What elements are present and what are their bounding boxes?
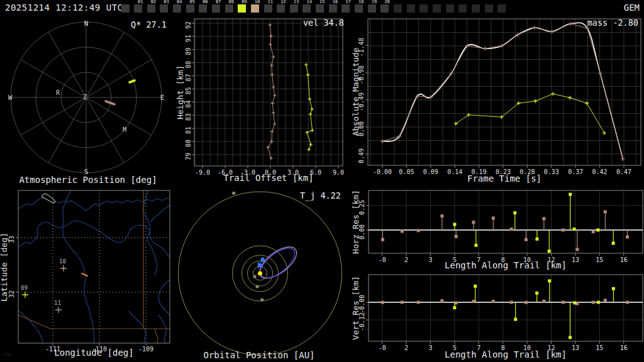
watermark: rjw <box>3 352 11 357</box>
frame-thumb-17[interactable] <box>341 4 350 13</box>
svg-text:32: 32 <box>8 290 15 298</box>
frame-thumb-11[interactable] <box>264 4 272 13</box>
frame-label-06: 06 <box>203 0 208 4</box>
length-title-1: Length Along Trail [km] <box>369 260 643 270</box>
frame-thumb-13[interactable] <box>290 4 298 13</box>
svg-text:89: 89 <box>185 48 192 55</box>
frame-thumb-extra[interactable] <box>472 4 480 13</box>
svg-text:N: N <box>84 19 89 28</box>
frame-thumb-05[interactable] <box>186 4 194 13</box>
svg-text:88: 88 <box>185 61 192 69</box>
frame-thumb-06[interactable] <box>199 4 207 13</box>
shower-code-badge: GEM <box>624 3 640 13</box>
frame-thumb-extra[interactable] <box>433 4 441 13</box>
svg-text:80: 80 <box>185 140 192 147</box>
frame-thumb-extra[interactable] <box>497 4 506 13</box>
frame-label-09: 09 <box>242 0 247 4</box>
q-stat: Q* 27.1 <box>94 19 167 30</box>
frame-thumb-extra[interactable] <box>394 4 402 13</box>
frame-thumb-01[interactable] <box>134 4 142 13</box>
svg-text:11: 11 <box>54 300 61 306</box>
frame-thumb-14[interactable] <box>303 4 311 13</box>
frame-strip: 0102030405060708091011121314151617181920 <box>0 0 644 16</box>
trail-offset-title: Trail Offset [km] <box>193 173 344 183</box>
svg-text:09: 09 <box>21 285 28 291</box>
frame-thumb-pre[interactable] <box>121 4 130 13</box>
frame-label-11: 11 <box>268 0 273 4</box>
frame-time-title: Frame Time [s] <box>368 173 641 184</box>
frame-label-03: 03 <box>164 0 169 4</box>
frame-label-17: 17 <box>345 0 350 4</box>
svg-text:W: W <box>8 94 13 102</box>
svg-text:0.49: 0.49 <box>358 148 365 163</box>
frame-thumb-07[interactable] <box>212 4 220 13</box>
frame-thumb-20[interactable] <box>380 4 389 13</box>
svg-text:E: E <box>160 94 165 102</box>
orbital-panel: T_j 4.22 Orbital Position [AU] <box>176 185 352 362</box>
frame-label-10: 10 <box>255 0 260 4</box>
frame-thumb-03[interactable] <box>160 4 168 13</box>
frame-label-05: 05 <box>190 0 195 4</box>
velocity-stat: vel 34.8 <box>269 18 344 28</box>
frame-thumb-19[interactable] <box>368 4 376 13</box>
svg-text:84: 84 <box>185 100 192 107</box>
frame-thumb-12[interactable] <box>277 4 285 13</box>
trail-offset-panel: -9.0-6.0-3.00.03.06.09.09291898887858483… <box>176 16 352 185</box>
frame-label-15: 15 <box>319 0 325 4</box>
frame-thumb-15[interactable] <box>316 4 324 13</box>
svg-text:91: 91 <box>185 35 192 42</box>
svg-text:79: 79 <box>185 153 192 160</box>
frame-thumb-16[interactable] <box>329 4 337 13</box>
frame-label-13: 13 <box>294 0 299 4</box>
orbital-title: Orbital Position [AU] <box>184 350 335 360</box>
longitude-title: Longitude [deg] <box>18 348 170 358</box>
frame-thumb-extra[interactable] <box>485 4 493 13</box>
atmospheric-title: Atmospheric Position [deg] <box>0 175 176 185</box>
frame-thumb-extra[interactable] <box>407 4 415 13</box>
frame-label-01: 01 <box>138 0 143 4</box>
svg-text:33: 33 <box>8 236 15 243</box>
frame-label-12: 12 <box>280 0 286 4</box>
svg-text:Vert Res [km]: Vert Res [km] <box>352 276 360 340</box>
svg-text:87: 87 <box>185 74 192 82</box>
svg-text:Z: Z <box>83 94 87 101</box>
frame-thumb-04[interactable] <box>173 4 181 13</box>
svg-text:81: 81 <box>185 126 192 134</box>
mass-stat: mass -2.80 <box>541 18 638 28</box>
svg-text:R: R <box>56 89 60 96</box>
frame-thumb-extra[interactable] <box>446 4 454 13</box>
length-title-2: Length Along Trail [km] <box>369 349 643 359</box>
frame-label-19: 19 <box>372 0 377 4</box>
frame-thumb-extra[interactable] <box>458 4 467 13</box>
app-screen: 20251214 12:12:49 UTC 010203040506070809… <box>0 0 644 362</box>
frame-label-08: 08 <box>229 0 234 4</box>
svg-text:Horz Res [km]: Horz Res [km] <box>352 190 360 254</box>
frame-label-14: 14 <box>306 0 311 4</box>
frame-thumb-02[interactable] <box>147 4 155 13</box>
frame-thumb-extra[interactable] <box>419 4 428 13</box>
tisserand-stat: T_j 4.22 <box>270 190 341 200</box>
atmospheric-position-panel: NESWZRM Q* 27.1 Atmospheric Position [de… <box>0 16 176 185</box>
frame-thumb-08[interactable] <box>225 4 233 13</box>
frame-label-18: 18 <box>358 0 364 4</box>
residuals-panel: -02357810121315160.250.00Horz Res [km]-0… <box>352 185 644 362</box>
svg-text:Latitude [deg]: Latitude [deg] <box>0 233 9 302</box>
frame-thumb-10[interactable] <box>251 4 259 13</box>
frame-label-04: 04 <box>177 0 182 4</box>
frame-label-20: 20 <box>384 0 389 4</box>
frame-label-16: 16 <box>333 0 338 4</box>
svg-text:M: M <box>123 126 126 133</box>
svg-text:Absolute Magnitude: Absolute Magnitude <box>352 47 360 136</box>
svg-text:83: 83 <box>185 113 192 121</box>
svg-text:92: 92 <box>185 21 192 29</box>
svg-text:Height [km]: Height [km] <box>176 65 185 119</box>
svg-text:85: 85 <box>185 87 192 94</box>
svg-text:10: 10 <box>59 258 66 265</box>
ground-map-panel: 091011-111-110-1093332Latitude [deg] Lon… <box>0 185 176 362</box>
magnitude-panel: -0.000.050.090.140.190.230.280.330.370.4… <box>352 16 644 185</box>
frame-thumb-18[interactable] <box>355 4 363 13</box>
frame-thumb-09[interactable] <box>238 4 246 13</box>
frame-label-02: 02 <box>151 0 156 4</box>
frame-label-07: 07 <box>216 0 221 4</box>
